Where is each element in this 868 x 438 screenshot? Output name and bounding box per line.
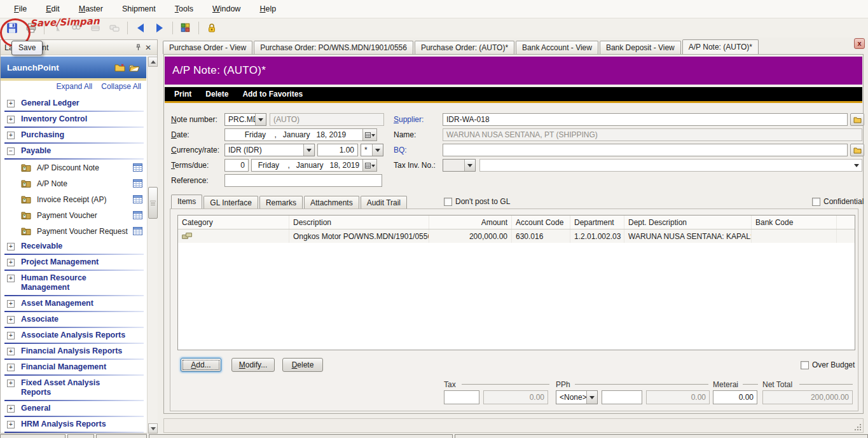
collapse-icon[interactable] [7, 147, 15, 155]
tax-inv-no-select[interactable] [479, 159, 862, 172]
supplier-field[interactable]: IDR-WA-018 [443, 113, 848, 126]
calendar-icon[interactable] [362, 160, 376, 171]
sidebar-section-financial-management[interactable]: Financial Management [1, 360, 146, 376]
sidebar-item-ap-note[interactable]: A/P Note [1, 175, 146, 191]
delete-item-button[interactable]: Delete [282, 358, 323, 372]
expand-icon[interactable] [7, 348, 15, 355]
tab-purchase-order-view[interactable]: Purchase Order - View [163, 41, 252, 54]
expand-all-link[interactable]: Expand All [57, 82, 93, 95]
chevron-down-icon[interactable] [586, 391, 597, 404]
bq-label[interactable]: BQ: [394, 146, 407, 154]
collapse-all-link[interactable]: Collapse All [101, 82, 141, 95]
print-button[interactable]: Print [167, 90, 198, 99]
checkbox-icon[interactable] [812, 198, 820, 206]
back-icon[interactable] [132, 20, 149, 36]
tab-attachments[interactable]: Attachments [304, 196, 359, 209]
browse-supplier-icon[interactable] [850, 113, 864, 126]
column-category[interactable]: Category [178, 216, 289, 229]
rate-field[interactable]: 1.00 [317, 144, 358, 156]
open-folder-icon[interactable] [129, 63, 140, 72]
delete-button[interactable]: Delete [198, 90, 235, 99]
resize-grip[interactable] [853, 423, 862, 431]
close-panel-icon[interactable]: ✕ [143, 43, 153, 53]
tax-code-field[interactable] [444, 390, 479, 404]
sidebar-section-asset-management[interactable]: Asset Management [1, 296, 146, 312]
menu-tools[interactable]: Tools [166, 2, 202, 16]
tab-bank-account-view[interactable]: Bank Account - View [516, 41, 598, 54]
expand-icon[interactable] [7, 364, 15, 371]
chevron-down-icon[interactable] [255, 114, 266, 125]
sidebar-item-payment-voucher-request[interactable]: Payment Voucher Request [1, 223, 146, 239]
pph-select[interactable]: <None> [556, 390, 598, 404]
chevron-down-icon[interactable] [303, 144, 314, 156]
chevron-down-icon[interactable] [372, 144, 383, 156]
sidebar-section-fixed-asset-analysis-reports[interactable]: Fixed Asset Analysis Reports [1, 376, 146, 401]
sidebar-section-purchasing[interactable]: Purchasing [1, 128, 146, 144]
sidebar-section-inventory-control[interactable]: Inventory Control [1, 112, 146, 128]
sidebar-item-invoice-receipt-ap[interactable]: Invoice Receipt (AP) [1, 191, 146, 207]
rate-operator-select[interactable]: * [361, 144, 383, 156]
browse-bq-icon[interactable] [850, 144, 864, 156]
expand-icon[interactable] [7, 300, 15, 308]
menu-shipment[interactable]: Shipment [113, 2, 165, 16]
menu-master[interactable]: Master [70, 2, 112, 16]
grid-icon[interactable] [133, 163, 142, 172]
expand-icon[interactable] [7, 259, 15, 266]
scrollbar-thumb[interactable] [148, 187, 158, 219]
tab-gl-interface[interactable]: GL Interface [203, 196, 258, 209]
add-button[interactable]: Add... [181, 358, 221, 372]
menu-edit[interactable]: Edit [37, 2, 69, 16]
checkbox-icon[interactable] [801, 361, 809, 369]
menu-file[interactable]: File [5, 2, 36, 16]
menu-window[interactable]: Window [203, 2, 249, 16]
sidebar-section-associate-analysis-reports[interactable]: Associate Analysis Reports [1, 328, 146, 344]
forward-icon[interactable] [151, 20, 168, 36]
calendar-icon[interactable] [362, 129, 376, 140]
column-description[interactable]: Description [289, 216, 429, 229]
column-department[interactable]: Department [570, 216, 624, 229]
chevron-down-icon[interactable] [464, 160, 475, 171]
scroll-up-icon[interactable] [148, 57, 158, 67]
date-field[interactable]: Friday , January 18, 2019 [224, 128, 377, 141]
expand-icon[interactable] [7, 116, 15, 123]
expand-icon[interactable] [7, 332, 15, 339]
currency-select[interactable]: IDR (IDR) [224, 144, 315, 156]
chevron-down-icon[interactable] [851, 161, 862, 170]
sidebar-section-general-ledger[interactable]: General Ledger [1, 96, 146, 112]
sidebar-section-associate[interactable]: Associate [1, 312, 146, 328]
column-bank-code[interactable]: Bank Code [752, 216, 837, 229]
confidential-checkbox[interactable]: Confidential [812, 197, 864, 206]
supplier-label[interactable]: Supplier: [394, 115, 424, 124]
tab-ap-note-auto[interactable]: A/P Note: (AUTO)* [682, 39, 759, 54]
save-icon[interactable] [4, 20, 20, 36]
sidebar-item-payment-voucher[interactable]: Payment Voucher [1, 207, 146, 223]
scroll-down-icon[interactable] [148, 423, 158, 434]
modify-button[interactable]: Modify... [231, 358, 275, 372]
note-prefix-select[interactable]: PRC.MDI [224, 113, 266, 126]
sidebar-item-ap-discount-note[interactable]: A/P Discount Note [1, 160, 146, 175]
sidebar-section-financial-analysis-reports[interactable]: Financial Analysis Reports [1, 344, 146, 360]
add-to-favorites-button[interactable]: Add to Favorites [235, 90, 310, 99]
sidebar-section-human-resource-management[interactable]: Human Resource Management [1, 271, 146, 296]
column-dept-description[interactable]: Dept. Description [624, 216, 752, 229]
sidebar-section-payable[interactable]: Payable [1, 144, 146, 160]
expand-icon[interactable] [7, 405, 15, 413]
grid-icon[interactable] [133, 211, 142, 219]
table-row[interactable]: Ongkos Motor PO/WNS.MDN/1901/0556 200,00… [178, 229, 855, 243]
terms-field[interactable]: 0 [224, 159, 249, 172]
expand-icon[interactable] [7, 275, 15, 282]
tab-remarks[interactable]: Remarks [259, 196, 303, 209]
over-budget-checkbox[interactable]: Over Budget [801, 360, 855, 369]
new-folder-icon[interactable] [114, 63, 125, 72]
tax-inv-prefix-select[interactable] [443, 159, 476, 172]
grid-icon[interactable] [133, 227, 142, 235]
cards-icon[interactable] [106, 20, 123, 36]
sidebar-scrollbar[interactable] [147, 57, 158, 434]
tab-purchase-order-auto[interactable]: Purchase Order: (AUTO)* [415, 41, 514, 54]
expand-icon[interactable] [7, 421, 15, 428]
sidebar-section-general[interactable]: General [1, 401, 146, 417]
expand-icon[interactable] [7, 316, 15, 324]
column-account-code[interactable]: Account Code [512, 216, 570, 229]
dont-post-to-gl-checkbox[interactable]: Don't post to GL [444, 197, 510, 206]
modules-icon[interactable] [177, 20, 194, 36]
